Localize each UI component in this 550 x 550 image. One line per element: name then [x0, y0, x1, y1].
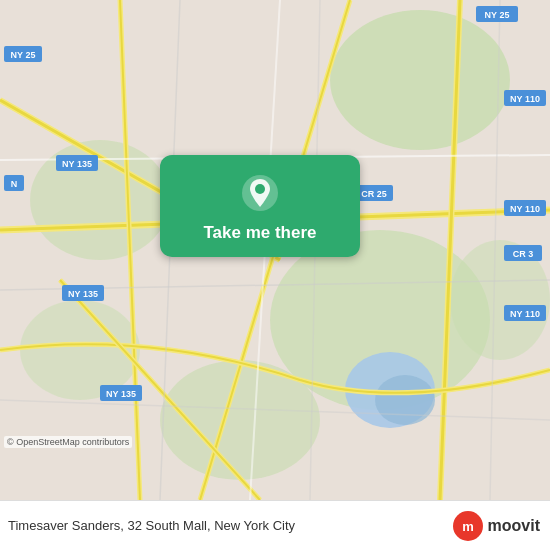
svg-text:N: N	[11, 179, 18, 189]
location-text: Timesaver Sanders, 32 South Mall, New Yo…	[8, 518, 452, 533]
svg-text:CR 3: CR 3	[513, 249, 534, 259]
svg-text:NY 135: NY 135	[62, 159, 92, 169]
svg-text:NY 25: NY 25	[11, 50, 36, 60]
moovit-logo: m moovit	[452, 510, 540, 542]
svg-text:CR 25: CR 25	[361, 189, 387, 199]
moovit-icon: m	[452, 510, 484, 542]
svg-text:NY 110: NY 110	[510, 204, 540, 214]
location-pin-icon	[240, 173, 280, 213]
osm-attribution: © OpenStreetMap contributors	[4, 436, 132, 448]
svg-point-8	[375, 375, 435, 425]
svg-text:NY 135: NY 135	[106, 389, 136, 399]
take-me-there-button[interactable]: Take me there	[160, 155, 360, 257]
svg-text:NY 135: NY 135	[68, 289, 98, 299]
moovit-text: moovit	[488, 517, 540, 535]
svg-text:NY 25: NY 25	[485, 10, 510, 20]
take-me-there-label: Take me there	[203, 223, 316, 243]
map-container: NY 25 NY 25 NY 110 NY 110 NY 110 NY 135 …	[0, 0, 550, 500]
bottom-bar: Timesaver Sanders, 32 South Mall, New Yo…	[0, 500, 550, 550]
svg-text:NY 110: NY 110	[510, 94, 540, 104]
svg-text:m: m	[462, 519, 474, 534]
svg-point-1	[330, 10, 510, 150]
svg-text:NY 110: NY 110	[510, 309, 540, 319]
svg-point-51	[255, 184, 265, 194]
